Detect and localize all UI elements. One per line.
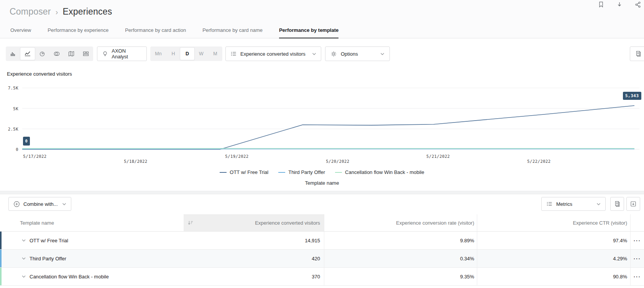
table-row-cancellation-flow[interactable]: Cancellation flow Win Back - mobile 370 … xyxy=(0,268,644,286)
template-name: Third Party Offer xyxy=(30,256,66,262)
section-divider xyxy=(0,191,644,194)
column-header-ctr[interactable]: Experience CTR (visitor) xyxy=(477,214,631,231)
metric-dropdown-value: Experience converted visitors xyxy=(240,51,306,57)
axon-analyst-label: AXON Analyst xyxy=(112,48,142,60)
last-point-label: 5,343 xyxy=(623,92,641,100)
composer-experiences-page: Composer›Experiences Overview Performanc… xyxy=(0,0,644,288)
legend-label: Third Party Offer xyxy=(288,169,325,175)
chart-type-map-button[interactable] xyxy=(64,46,79,61)
sort-descending-icon[interactable] xyxy=(187,220,194,225)
expand-chevron-icon[interactable] xyxy=(22,257,26,260)
list-icon xyxy=(230,51,237,57)
table-row-ott-free-trial[interactable]: OTT w/ Free Trial 14,915 9.89% 97.4% ··· xyxy=(0,232,644,250)
copy-chart-button[interactable] xyxy=(630,46,644,61)
row-menu-icon[interactable]: ··· xyxy=(631,268,644,285)
granularity-h-button[interactable]: H xyxy=(166,51,180,56)
expand-chevron-icon[interactable] xyxy=(22,275,26,278)
converted-visitors-value: 14,915 xyxy=(184,232,324,249)
copy-report-icon xyxy=(635,50,642,57)
breadcrumb-composer[interactable]: Composer xyxy=(10,7,51,17)
chevron-down-icon xyxy=(62,203,66,205)
tab-performance-by-experience[interactable]: Performance by experience xyxy=(48,23,108,38)
plus-circle-icon xyxy=(13,201,20,207)
options-dropdown[interactable]: Options xyxy=(325,46,390,61)
top-header: Composer›Experiences Overview Performanc… xyxy=(0,0,644,38)
gear-icon xyxy=(330,51,337,57)
row-menu-icon[interactable]: ··· xyxy=(631,250,644,267)
y-tick-5k: 5K xyxy=(0,106,18,111)
legend-item-cancellation-flow[interactable]: Cancellation flow Win Back - mobile xyxy=(335,169,424,175)
breadcrumb-separator: › xyxy=(56,8,58,16)
granularity-selector: Mn H D W M xyxy=(150,46,222,61)
list-icon xyxy=(546,201,552,207)
granularity-mn-button[interactable]: Mn xyxy=(150,51,166,56)
granularity-w-button[interactable]: W xyxy=(194,51,208,56)
combine-with-button[interactable]: Combine with... xyxy=(8,197,71,211)
download-table-button[interactable] xyxy=(626,197,640,211)
tab-overview[interactable]: Overview xyxy=(10,23,31,38)
chart-type-selector xyxy=(6,46,93,61)
legend-swatch xyxy=(335,172,342,173)
tab-performance-by-card-action[interactable]: Performance by card action xyxy=(125,23,186,38)
pie-chart-icon xyxy=(39,51,45,57)
chart-type-bar-button[interactable] xyxy=(6,46,20,61)
chevron-down-icon xyxy=(380,53,384,55)
bookmark-icon[interactable] xyxy=(598,1,605,8)
x-tick-5-20: 5/20/2022 xyxy=(320,159,355,164)
column-header-label: Experience converted visitors xyxy=(255,220,320,226)
legend-label: OTT w/ Free Trial xyxy=(230,169,268,175)
chevron-down-icon xyxy=(596,203,601,205)
metrics-label: Metrics xyxy=(556,201,572,207)
header-actions xyxy=(598,1,641,8)
chart-legend: OTT w/ Free Trial Third Party Offer Canc… xyxy=(0,169,644,175)
metrics-dropdown[interactable]: Metrics xyxy=(541,197,606,211)
chart-type-cards-button[interactable] xyxy=(79,46,93,61)
legend-item-third-party-offer[interactable]: Third Party Offer xyxy=(278,169,325,175)
row-accent-bar xyxy=(0,250,2,267)
x-tick-5-18: 5/18/2022 xyxy=(118,159,153,164)
row-accent-bar xyxy=(0,232,2,249)
column-header-actions xyxy=(631,214,644,231)
axon-analyst-button[interactable]: AXON Analyst xyxy=(97,46,147,61)
ctr-value: 97.4% xyxy=(477,232,631,249)
y-tick-2-5k: 2.5K xyxy=(0,127,18,131)
options-label: Options xyxy=(341,51,358,57)
chart-title: Experience converted visitors xyxy=(7,71,72,77)
legend-swatch xyxy=(220,172,227,173)
x-tick-5-22: 5/22/2022 xyxy=(522,159,556,164)
column-header-conversion-rate[interactable]: Experience conversion rate (visitor) xyxy=(324,214,477,231)
chart-type-line-button[interactable] xyxy=(20,48,35,60)
expand-chevron-icon[interactable] xyxy=(22,239,26,242)
download-icon[interactable] xyxy=(616,1,623,8)
copy-table-button[interactable] xyxy=(610,197,624,211)
table-header-row: Template name Experience converted visit… xyxy=(0,214,644,232)
y-tick-0: 0 xyxy=(0,147,18,152)
template-name: Cancellation flow Win Back - mobile xyxy=(30,274,109,280)
row-accent-bar xyxy=(0,268,2,285)
boxed-download-icon xyxy=(630,200,637,207)
column-header-converted-visitors[interactable]: Experience converted visitors xyxy=(184,214,324,231)
legend-swatch xyxy=(278,172,285,173)
share-icon[interactable] xyxy=(634,1,641,8)
metric-dropdown[interactable]: Experience converted visitors xyxy=(225,46,321,61)
bar-chart-icon xyxy=(10,51,16,57)
first-point-label: 0 xyxy=(23,137,30,146)
breadcrumb-experiences: Experiences xyxy=(63,7,112,17)
tab-performance-by-card-name[interactable]: Performance by card name xyxy=(202,23,263,38)
chart-type-pie-button[interactable] xyxy=(35,46,49,61)
chevron-down-icon xyxy=(312,53,316,55)
granularity-d-button[interactable]: D xyxy=(180,48,194,60)
granularity-m-button[interactable]: M xyxy=(208,51,222,56)
converted-visitors-value: 420 xyxy=(184,250,324,267)
cards-layout-icon xyxy=(83,51,89,57)
column-header-template-name[interactable]: Template name xyxy=(0,214,184,231)
conversion-rate-value: 0.34% xyxy=(324,250,477,267)
chart-type-venn-button[interactable] xyxy=(49,46,64,61)
line-chart-plot xyxy=(22,87,639,152)
tab-performance-by-template[interactable]: Performance by template xyxy=(279,23,338,38)
template-name: OTT w/ Free Trial xyxy=(30,238,68,243)
breadcrumb: Composer›Experiences xyxy=(10,7,112,17)
legend-item-ott-free-trial[interactable]: OTT w/ Free Trial xyxy=(220,169,268,175)
table-row-third-party-offer[interactable]: Third Party Offer 420 0.34% 4.29% ··· xyxy=(0,250,644,268)
row-menu-icon[interactable]: ··· xyxy=(631,232,644,249)
